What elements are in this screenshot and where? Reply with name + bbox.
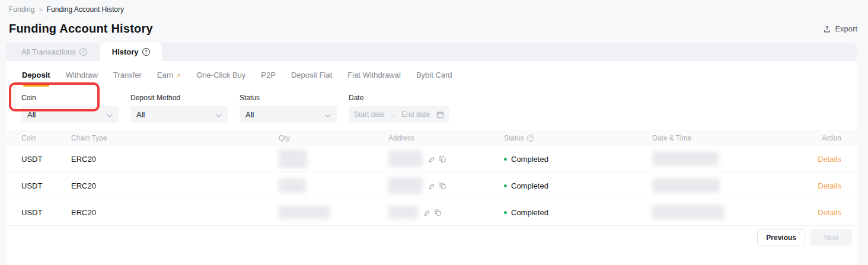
cell-coin: USDT — [21, 181, 71, 190]
link-icon[interactable] — [427, 182, 435, 190]
next-button[interactable]: Next — [810, 229, 852, 245]
col-header-coin: Coin — [21, 134, 71, 142]
details-link[interactable]: Details — [818, 208, 841, 217]
redacted-datetime — [652, 152, 719, 166]
range-arrow-icon: → — [390, 110, 397, 119]
table-header-row: Coin Chain Type Qty Address Status Date … — [6, 130, 857, 146]
subtab-transfer[interactable]: Transfer — [113, 71, 142, 82]
history-panel: Deposit Withdraw Transfer Earn ↗ One-Cli… — [6, 61, 857, 265]
coin-filter-label: Coin — [21, 94, 119, 102]
col-header-qty: Qty — [279, 134, 388, 142]
subtab-earn-label: Earn — [157, 71, 173, 79]
cell-coin: USDT — [21, 155, 71, 164]
status-dot-icon — [504, 158, 507, 161]
redacted-address — [388, 206, 418, 219]
subtab-withdraw[interactable]: Withdraw — [66, 71, 98, 82]
date-range-picker[interactable]: Start date → End date — [349, 106, 449, 123]
deposit-history-table: Coin Chain Type Qty Address Status Date … — [6, 130, 857, 226]
subtab-p2p[interactable]: P2P — [261, 71, 276, 82]
status-badge: Completed — [511, 155, 548, 164]
status-select-value: All — [245, 110, 254, 119]
main-card: All Transactions History Deposit Withdra… — [6, 43, 857, 265]
subtab-bybit-card[interactable]: Bybit Card — [416, 71, 452, 82]
date-filter-label: Date — [349, 94, 449, 102]
status-select[interactable]: All — [240, 106, 337, 123]
copy-icon[interactable] — [439, 155, 446, 163]
help-icon[interactable] — [79, 48, 87, 56]
status-dot-icon — [504, 211, 507, 214]
calendar-icon — [436, 111, 444, 119]
subtab-bar: Deposit Withdraw Transfer Earn ↗ One-Cli… — [6, 61, 857, 89]
breadcrumb-current: Funding Account History — [47, 5, 124, 14]
redacted-address — [388, 151, 423, 167]
tab-bar: All Transactions History — [6, 43, 857, 61]
col-header-address: Address — [388, 134, 504, 142]
coin-select-value: All — [27, 110, 36, 119]
subtab-fiat-withdrawal[interactable]: Fiat Withdrawal — [347, 71, 401, 82]
table-row: USDT ERC20 — [6, 173, 857, 199]
tab-history-label: History — [112, 47, 139, 56]
active-tab-underline — [23, 85, 49, 87]
status-badge: Completed — [511, 181, 548, 190]
cell-chain-type: ERC20 — [71, 208, 279, 217]
breadcrumb: Funding > Funding Account History — [0, 0, 868, 14]
subtab-earn[interactable]: Earn ↗ — [157, 71, 181, 82]
details-link[interactable]: Details — [818, 155, 841, 164]
coin-select[interactable]: All — [21, 106, 119, 123]
status-filter-label: Status — [240, 94, 337, 102]
export-icon — [823, 25, 831, 33]
end-date-placeholder[interactable]: End date — [401, 110, 430, 119]
col-header-datetime: Date & Time — [652, 134, 786, 142]
redacted-datetime — [652, 205, 725, 219]
subtab-deposit[interactable]: Deposit — [22, 71, 50, 82]
deposit-method-select[interactable]: All — [130, 106, 228, 123]
col-header-status: Status — [504, 134, 524, 142]
redacted-qty — [279, 149, 307, 168]
subtab-one-click-buy[interactable]: One-Click Buy — [196, 71, 245, 82]
deposit-method-filter-label: Deposit Method — [130, 94, 228, 102]
previous-button[interactable]: Previous — [757, 229, 805, 245]
chevron-down-icon — [325, 110, 331, 119]
col-header-chain-type: Chain Type — [71, 134, 279, 142]
chevron-down-icon — [107, 110, 113, 119]
table-row: USDT ERC20 — [6, 199, 857, 226]
col-header-action: Action — [786, 134, 841, 142]
pagination: Previous Next — [6, 226, 857, 245]
link-icon[interactable] — [427, 155, 435, 163]
tab-history[interactable]: History — [100, 43, 162, 61]
cell-chain-type: ERC20 — [71, 155, 279, 164]
deposit-method-select-value: All — [136, 110, 145, 119]
redacted-datetime — [652, 178, 720, 193]
export-label: Export — [835, 24, 857, 33]
breadcrumb-separator: > — [39, 6, 42, 13]
cell-coin: USDT — [21, 208, 71, 217]
external-link-arrow-icon: ↗ — [176, 72, 181, 79]
page-title: Funding Account History — [9, 22, 153, 36]
subtab-deposit-label: Deposit — [22, 71, 50, 79]
redacted-address — [388, 177, 423, 194]
redacted-qty — [279, 206, 330, 219]
details-link[interactable]: Details — [818, 181, 841, 190]
copy-icon[interactable] — [439, 182, 446, 190]
redacted-qty — [279, 178, 306, 193]
export-button[interactable]: Export — [823, 24, 857, 33]
tab-all-transactions-label: All Transactions — [21, 47, 76, 56]
table-row: USDT ERC20 — [6, 146, 857, 173]
tab-all-transactions[interactable]: All Transactions — [6, 43, 100, 61]
link-icon[interactable] — [422, 209, 430, 216]
subtab-deposit-fiat[interactable]: Deposit Fiat — [291, 71, 332, 82]
help-icon[interactable] — [527, 135, 534, 142]
start-date-placeholder[interactable]: Start date — [354, 110, 385, 119]
help-icon[interactable] — [142, 48, 150, 56]
breadcrumb-parent[interactable]: Funding — [9, 5, 34, 14]
status-dot-icon — [504, 184, 507, 187]
copy-icon[interactable] — [434, 209, 442, 216]
cell-chain-type: ERC20 — [71, 181, 279, 190]
status-badge: Completed — [511, 208, 548, 217]
filter-bar: Coin All Deposit Method All St — [6, 94, 857, 123]
chevron-down-icon — [216, 110, 222, 119]
